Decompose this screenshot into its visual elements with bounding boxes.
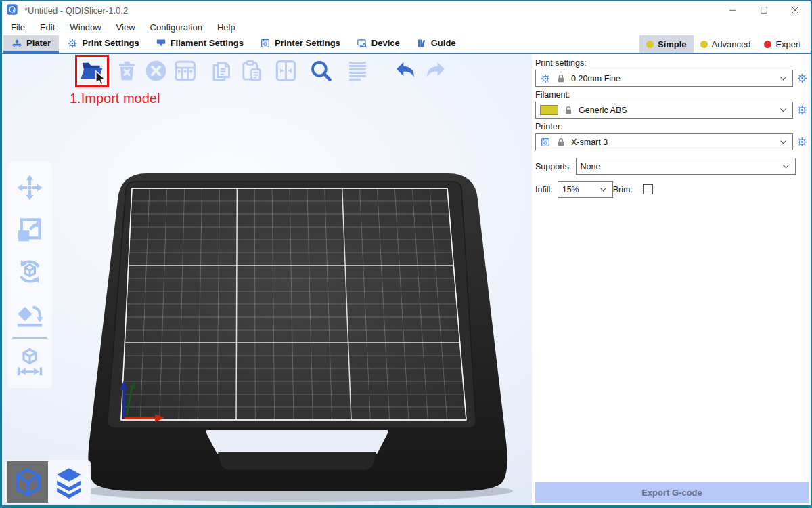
undo-icon	[392, 58, 418, 83]
split-objects-button[interactable]	[272, 57, 299, 84]
delete-icon	[114, 58, 139, 83]
3d-view-button[interactable]	[7, 461, 48, 503]
filament-select[interactable]: Generic ABS	[535, 102, 793, 119]
menu-file[interactable]: File	[3, 19, 32, 35]
gizmo-toolbar	[7, 161, 52, 388]
edit-printer-button[interactable]	[796, 136, 809, 148]
layers-stack-icon	[53, 466, 85, 499]
delete-all-icon	[143, 58, 168, 83]
export-gcode-button[interactable]: Export G-code	[535, 482, 809, 503]
print-settings-select[interactable]: 0.20mm Fine	[535, 70, 793, 87]
tab-print-settings[interactable]: Print Settings	[59, 35, 148, 53]
gizmo-measure-button[interactable]	[11, 341, 49, 383]
infill-label: Infill:	[535, 185, 553, 194]
chevron-down-icon	[779, 74, 788, 83]
tab-filament-settings[interactable]: Filament Settings	[148, 35, 252, 53]
settings-sidebar: Print settings: 0.20mm Fine Filament: Ge…	[532, 54, 811, 505]
window-controls	[717, 1, 811, 19]
gear-icon	[540, 73, 551, 84]
mode-dot-icon	[764, 41, 771, 48]
variable-layers-button[interactable]	[344, 57, 371, 84]
redo-button[interactable]	[422, 57, 449, 84]
move-icon	[14, 172, 45, 203]
undo-button[interactable]	[391, 57, 418, 84]
close-button[interactable]	[780, 1, 811, 19]
gizmo-rotate-button[interactable]	[11, 251, 49, 293]
search-button[interactable]	[307, 57, 334, 84]
gear-blue-icon	[540, 73, 551, 84]
printer-label: Printer:	[535, 122, 809, 131]
rotate-icon	[14, 256, 45, 287]
chevron-down-icon	[779, 106, 788, 114]
menu-help[interactable]: Help	[210, 19, 243, 35]
chevron-down-icon	[599, 185, 608, 194]
mode-switcher: SimpleAdvancedExpert	[639, 35, 811, 53]
filament-color-swatch	[540, 105, 558, 115]
infill-value: 15%	[562, 185, 594, 194]
printer-select[interactable]: X-smart 3	[535, 133, 793, 150]
lock-icon	[556, 73, 566, 84]
gizmo-move-button[interactable]	[11, 167, 49, 209]
viewport-3d[interactable]: 1.Import model	[2, 54, 532, 505]
paste-button[interactable]	[238, 57, 265, 84]
app-logo	[7, 4, 19, 16]
mode-dot-icon	[646, 41, 654, 48]
chevron-down-icon	[782, 162, 790, 171]
copy-button[interactable]	[207, 57, 234, 84]
menu-window[interactable]: Window	[62, 19, 108, 35]
filament-label: Filament:	[535, 90, 809, 100]
gear-blue-icon	[796, 136, 808, 148]
print-settings-icon	[67, 38, 78, 49]
arrange-icon	[173, 58, 198, 83]
supports-select[interactable]: None	[576, 158, 796, 175]
gizmo-place-on-face-button[interactable]	[11, 293, 49, 335]
tab-device[interactable]: Device	[348, 35, 408, 53]
edit-filament-button[interactable]	[796, 104, 809, 116]
close-icon	[790, 5, 800, 16]
menu-edit[interactable]: Edit	[32, 19, 62, 35]
filament-settings-icon	[156, 38, 166, 49]
delete-all-button[interactable]	[142, 57, 169, 84]
scale-icon	[14, 214, 45, 245]
copy-icon	[208, 58, 233, 83]
maximize-icon	[759, 5, 769, 16]
lock-icon	[556, 137, 566, 148]
maximize-button[interactable]	[748, 1, 780, 19]
mode-dot-icon	[700, 41, 708, 48]
mode-advanced[interactable]: Advanced	[694, 35, 758, 53]
supports-value: None	[581, 162, 777, 171]
tab-guide[interactable]: Guide	[408, 35, 464, 53]
gizmo-scale-button[interactable]	[11, 209, 49, 251]
tab-plater[interactable]: Plater	[3, 35, 59, 53]
gear-blue-icon	[796, 72, 808, 84]
redo-icon	[424, 58, 449, 83]
printer-small-icon	[540, 137, 551, 148]
filament-value: Generic ABS	[579, 106, 774, 115]
minimize-button[interactable]	[717, 1, 748, 19]
lock-icon	[556, 73, 566, 84]
edit-print-settings-button[interactable]	[796, 72, 809, 84]
layers-preview-button[interactable]	[48, 461, 89, 503]
mode-expert[interactable]: Expert	[757, 35, 808, 53]
delete-button[interactable]	[113, 57, 140, 84]
cube-3d-icon	[12, 466, 44, 499]
chevron-down-icon	[779, 106, 788, 114]
qidislicer-window: *Untitled - QIDISlicer-1.0.2 FileEditWin…	[0, 0, 812, 508]
window-title: *Untitled - QIDISlicer-1.0.2	[24, 5, 128, 16]
arrange-button[interactable]	[171, 57, 198, 84]
layers-lines-icon	[345, 58, 370, 83]
app-logo-icon	[7, 4, 18, 15]
menu-view[interactable]: View	[109, 19, 143, 35]
chevron-down-icon	[779, 137, 788, 146]
lock-icon	[563, 105, 574, 116]
infill-select[interactable]: 15%	[558, 181, 613, 198]
printer-icon	[540, 137, 551, 148]
menu-configuration[interactable]: Configuration	[143, 19, 210, 35]
mode-simple[interactable]: Simple	[639, 35, 694, 53]
measure-icon	[14, 346, 45, 377]
brim-checkbox[interactable]	[643, 184, 653, 194]
lock-icon	[556, 137, 566, 148]
lock-icon	[563, 105, 574, 116]
tab-printer-settings[interactable]: Printer Settings	[252, 35, 348, 53]
supports-label: Supports:	[535, 162, 572, 171]
